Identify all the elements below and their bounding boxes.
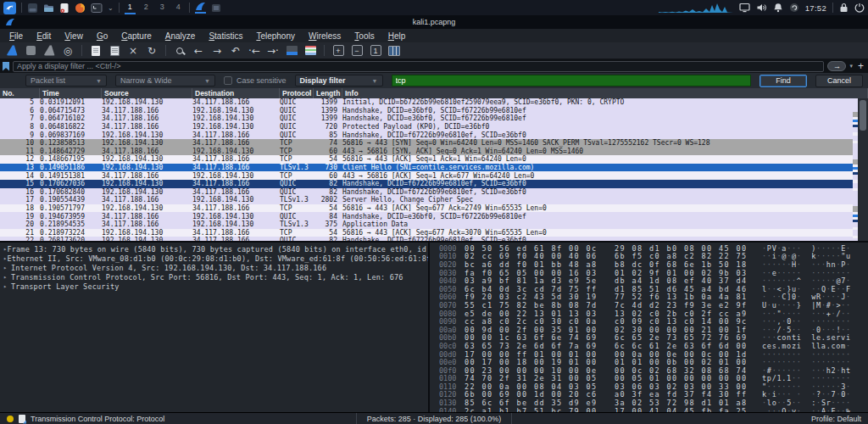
filter-bookmark-icon[interactable] <box>3 62 9 71</box>
workspace-4[interactable]: 4 <box>173 2 184 14</box>
hex-row[interactable]: 007055c17582be8b087d7c4dd223f93ee29fU·u·… <box>439 301 868 310</box>
previous-packet-button[interactable]: ·← <box>246 43 263 58</box>
menu-capture[interactable]: Capture <box>115 31 158 42</box>
packet-row-21[interactable]: 210.218973224192.168.194.13034.117.188.1… <box>0 229 853 237</box>
hex-row[interactable]: 0000005056ed618f000c2908d1b008004500·PV·… <box>439 244 868 253</box>
packet-row-18[interactable]: 180.190571797192.168.194.13034.117.188.1… <box>0 204 853 213</box>
status-circle-icon[interactable] <box>789 3 799 13</box>
case-sensitive-option[interactable]: Case sensitive <box>224 76 287 85</box>
find-button[interactable]: Find <box>760 75 807 87</box>
column-header-info[interactable]: Info <box>342 88 868 98</box>
packet-row-20[interactable]: 200.21895453534.117.188.166192.168.194.1… <box>0 220 853 229</box>
clock[interactable]: 17:52 <box>805 3 826 13</box>
menu-telephony[interactable]: Telephony <box>250 31 301 42</box>
firefox-launcher-icon[interactable] <box>75 3 86 14</box>
capture-file-properties-icon[interactable] <box>19 415 25 423</box>
hex-row[interactable]: 011022000a00080403050306030203003300"···… <box>439 382 868 391</box>
workspace-1[interactable]: 1 <box>125 2 136 14</box>
column-header-protocol[interactable]: Protocol <box>280 88 314 98</box>
file-manager-launcher-icon[interactable] <box>43 3 54 14</box>
menu-statistics[interactable]: Statistics <box>203 31 248 42</box>
screenshot-dropdown-caret[interactable]: ⌄ <box>108 4 114 12</box>
go-to-packet-button[interactable]: ↶ <box>227 43 244 58</box>
zoom-in-button[interactable]: + <box>330 43 347 58</box>
packet-row-7[interactable]: 70.06471610234.117.188.166192.168.194.13… <box>0 114 853 123</box>
restart-capture-button[interactable] <box>41 43 58 58</box>
find-query-input[interactable] <box>392 75 751 86</box>
menu-tools[interactable]: Tools <box>348 31 380 42</box>
menu-help[interactable]: Help <box>382 31 412 42</box>
window-titlebar[interactable]: kali1.pcapng <box>0 15 868 29</box>
scrollbar-thumb[interactable] <box>860 100 866 131</box>
hex-row[interactable]: 0090cca8c02cc030c00ac009c013c014009c···,… <box>439 317 868 326</box>
wireshark-task-icon[interactable] <box>195 2 206 14</box>
hex-row[interactable]: 00f0002300000010000e000c026832086874·#··… <box>439 366 868 375</box>
workspace-3[interactable]: 3 <box>157 2 168 14</box>
find-charset-select[interactable]: Narrow & Wide▼ <box>115 75 215 86</box>
column-header-destination[interactable]: Destination <box>192 88 280 98</box>
menu-view[interactable]: View <box>58 31 89 42</box>
colorize-packets-button[interactable] <box>283 43 300 58</box>
hex-row[interactable]: 00e000170018001901000101000b00020100····… <box>439 358 868 366</box>
detail-line[interactable]: ▸Ethernet II, Src: VMware_08:d1:b0 (00:0… <box>3 254 428 264</box>
packet-row-16[interactable]: 160.170682840192.168.194.13034.117.188.1… <box>0 188 853 197</box>
hex-row[interactable]: 010074702f312e3100050005010000000000tp/1… <box>439 375 868 383</box>
display-icon[interactable] <box>739 3 750 13</box>
packet-row-17[interactable]: 170.19055443934.117.188.166192.168.194.1… <box>0 196 853 204</box>
packet-row-6[interactable]: 60.06471547334.117.188.166192.168.194.13… <box>0 107 853 115</box>
hex-row[interactable]: 00b000001c636f6e74696c652e7365727669···c… <box>439 334 868 343</box>
kali-menu-icon[interactable] <box>3 2 16 14</box>
packet-list-scrollbar[interactable] <box>858 98 868 241</box>
hex-row[interactable]: 00a0009d002f00350100023000000021001f···/… <box>439 326 868 334</box>
detail-line[interactable]: ▸Transmission Control Protocol, Src Port… <box>3 273 428 282</box>
hex-row[interactable]: 0060f92003c2435d30197752f6131b0a4a81· ··… <box>439 293 868 302</box>
packet-row-10[interactable]: 100.123858513192.168.194.13034.117.188.1… <box>0 139 853 148</box>
packet-row-15[interactable]: 150.170627036192.168.194.13034.117.188.1… <box>0 180 853 188</box>
find-type-select[interactable]: Display filter▼ <box>295 75 383 86</box>
hex-row[interactable]: 001002cc69f0400040066bf5c0a8c2822275··i·… <box>439 253 868 261</box>
secondary-task-icon[interactable] <box>211 3 221 13</box>
hex-row[interactable]: 00d0170000ff01000100000a000e000c001d····… <box>439 350 868 359</box>
terminal-launcher-icon[interactable] <box>27 3 38 14</box>
expert-info-icon[interactable] <box>7 416 14 422</box>
notifications-bell-icon[interactable] <box>773 3 783 13</box>
menu-edit[interactable]: Edit <box>31 31 57 42</box>
menu-wireless[interactable]: Wireless <box>303 31 347 42</box>
column-header-source[interactable]: Source <box>102 88 192 98</box>
resize-columns-button[interactable] <box>386 43 403 58</box>
zoom-original-button[interactable]: 1 <box>367 43 384 58</box>
packet-row-13[interactable]: 130.149051186192.168.194.13034.117.188.1… <box>0 164 853 172</box>
zoom-out-button[interactable]: − <box>348 43 365 58</box>
column-header-time[interactable]: Time <box>40 88 102 98</box>
expand-arrow-icon[interactable]: ▸ <box>3 283 11 290</box>
close-file-button[interactable]: × <box>125 43 142 58</box>
column-header-length[interactable]: Length <box>314 88 342 98</box>
packet-row-8[interactable]: 80.06481682234.117.188.166192.168.194.13… <box>0 123 853 131</box>
packet-row-12[interactable]: 120.148667195192.168.194.13034.117.188.1… <box>0 155 853 164</box>
detail-line[interactable]: ▸Frame 13: 730 bytes on wire (5840 bits)… <box>3 245 428 254</box>
capture-options-button[interactable]: ◎ <box>59 43 76 58</box>
expand-arrow-icon[interactable]: ▸ <box>3 274 11 281</box>
expand-arrow-icon[interactable]: ▸ <box>3 265 11 271</box>
menu-file[interactable]: File <box>3 31 29 42</box>
screenshot-tool-icon[interactable] <box>91 3 103 14</box>
workspace-2[interactable]: 2 <box>141 2 152 14</box>
find-scope-select[interactable]: Packet list▼ <box>25 75 107 86</box>
document-launcher-icon[interactable] <box>59 3 70 14</box>
coloring-rules-button[interactable] <box>302 43 319 58</box>
next-packet-button[interactable]: →· <box>264 43 281 58</box>
start-capture-button[interactable] <box>3 43 20 58</box>
display-filter-input[interactable] <box>13 61 824 72</box>
stop-capture-button[interactable] <box>22 43 39 58</box>
packet-row-5[interactable]: 50.031912091192.168.194.13034.117.188.16… <box>0 98 853 107</box>
filter-history-caret[interactable]: ▾ <box>849 63 853 70</box>
column-header-no[interactable]: No. <box>0 88 40 98</box>
reload-file-button[interactable]: ↻ <box>143 43 160 58</box>
hex-row[interactable]: 0030faf065050000160301029f0100029b03··e·… <box>439 269 868 277</box>
packet-row-14[interactable]: 140.14915138134.117.188.166192.168.194.1… <box>0 171 853 180</box>
save-file-button[interactable] <box>106 43 123 58</box>
apply-filter-button[interactable]: → <box>827 61 846 71</box>
hex-row[interactable]: 004003a9bf811ad3e95edba41d08ef4037d4····… <box>439 276 868 285</box>
menu-analyze[interactable]: Analyze <box>159 31 202 42</box>
cpu-graph[interactable] <box>659 2 733 14</box>
